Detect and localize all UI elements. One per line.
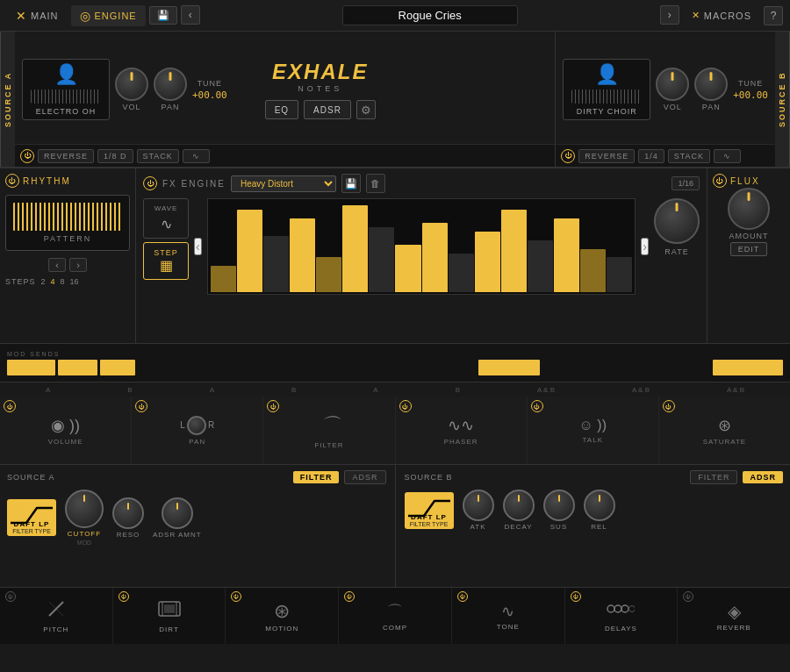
seq-next[interactable]: ›: [641, 238, 649, 255]
stack-b-button[interactable]: STACK: [668, 149, 710, 163]
filter-type-a[interactable]: DAFT LP FILTER TYPE: [7, 499, 56, 536]
filter-a-filter-tab[interactable]: FILTER: [293, 471, 340, 483]
settings-button[interactable]: ⚙: [356, 100, 376, 119]
wave-selector[interactable]: WAVE ∿: [143, 198, 189, 239]
mod-bar-0[interactable]: [7, 360, 55, 375]
wave-button[interactable]: ∿: [183, 149, 210, 163]
comp-power-icon[interactable]: ⏻: [344, 591, 355, 602]
reso-a-knob[interactable]: [112, 497, 144, 529]
seq-bar-6[interactable]: [369, 227, 394, 292]
step-8[interactable]: 8: [61, 277, 65, 286]
filter-b-adsr-tab[interactable]: ADSR: [743, 471, 783, 483]
division-b-button[interactable]: 1/4: [638, 149, 664, 163]
seq-bar-9[interactable]: [449, 254, 474, 292]
main-nav-button[interactable]: ✕ MAIN: [7, 5, 68, 26]
source-a-vol-knob[interactable]: [115, 68, 148, 101]
bottom-pitch[interactable]: ⏻ PITCH: [0, 588, 113, 644]
seq-bar-14[interactable]: [580, 249, 606, 292]
seq-bar-15[interactable]: [607, 257, 632, 292]
seq-prev[interactable]: ‹: [194, 238, 202, 255]
source-a-tab[interactable]: SOURCE A: [0, 32, 15, 167]
volume-power-icon[interactable]: ⏻: [4, 400, 16, 412]
seq-bar-0[interactable]: [211, 266, 236, 292]
engine-nav-button[interactable]: ◎ ENGINE: [71, 5, 146, 26]
rate-knob[interactable]: [654, 198, 700, 244]
save-button[interactable]: 💾: [149, 6, 177, 25]
help-button[interactable]: ?: [764, 6, 783, 25]
seq-bar-3[interactable]: [290, 218, 315, 292]
flux-amount-knob[interactable]: [728, 188, 770, 230]
seq-bar-10[interactable]: [475, 232, 500, 292]
step-2[interactable]: 2: [41, 277, 46, 286]
seq-bar-11[interactable]: [501, 210, 527, 292]
fx-module-saturate[interactable]: ⏻ ⊛ SATURATE: [659, 397, 790, 464]
bottom-dirt[interactable]: ⏻ DIRT: [113, 588, 226, 644]
seq-bar-2[interactable]: [263, 236, 289, 292]
fx-delete-button[interactable]: 🗑: [366, 174, 385, 193]
bottom-reverb[interactable]: ⏻ ◈ REVERB: [678, 588, 790, 644]
filter-type-b[interactable]: DAFT LP FILTER TYPE: [405, 492, 454, 529]
cutoff-a-knob[interactable]: [65, 490, 104, 528]
fx-module-phaser[interactable]: ⏻ ∿∿ PHASER: [396, 397, 528, 464]
rel-b-knob[interactable]: [584, 490, 615, 521]
fx-module-volume[interactable]: ⏻ ◉ )) VOLUME: [0, 397, 132, 464]
source-a-power[interactable]: ⏻: [20, 149, 34, 163]
source-b-thumbnail[interactable]: 👤 DIRTY CHOIR: [563, 59, 650, 120]
preset-name-input[interactable]: [342, 5, 518, 25]
adsr-button[interactable]: ADSR: [304, 100, 351, 119]
stack-button[interactable]: STACK: [137, 149, 179, 163]
tone-power-icon[interactable]: ⏻: [457, 591, 468, 602]
fx-module-talk[interactable]: ⏻ ☺ )) TALK: [528, 397, 659, 464]
flux-edit-button[interactable]: EDIT: [730, 242, 768, 256]
bottom-delays[interactable]: ⏻ DELAYS: [565, 588, 679, 644]
fx-power[interactable]: ⏻: [143, 176, 157, 190]
dirt-power-icon[interactable]: ⏻: [118, 591, 129, 602]
wave-b-button[interactable]: ∿: [714, 149, 741, 163]
division-button[interactable]: 1/8 D: [97, 149, 133, 163]
macros-nav-button[interactable]: ✕ MACROS: [683, 6, 760, 25]
atk-b-knob[interactable]: [463, 490, 494, 521]
fx-module-pan[interactable]: ⏻ L R PAN: [132, 397, 263, 464]
step-4[interactable]: 4: [51, 277, 55, 286]
filter-a-adsr-tab[interactable]: ADSR: [344, 470, 385, 484]
fx-module-filter[interactable]: ⏻ ⌒ FILTER: [263, 397, 395, 464]
step-16[interactable]: 16: [70, 277, 79, 286]
phaser-power-icon[interactable]: ⏻: [399, 400, 412, 412]
next-preset-button[interactable]: ›: [660, 5, 679, 25]
reverse-button[interactable]: REVERSE: [38, 149, 94, 163]
decay-b-knob[interactable]: [503, 490, 535, 521]
seq-bar-13[interactable]: [554, 218, 579, 292]
sequencer-grid[interactable]: [207, 198, 636, 295]
fx-preset-select[interactable]: Heavy Distort: [231, 175, 336, 192]
delays-power-icon[interactable]: ⏻: [571, 591, 581, 602]
source-a-thumbnail[interactable]: 👤 ELECTRO OH: [22, 59, 110, 120]
prev-preset-button[interactable]: ‹: [181, 5, 200, 25]
pattern-next[interactable]: ›: [69, 258, 87, 272]
eq-button[interactable]: EQ: [265, 100, 298, 119]
filter-b-filter-tab[interactable]: FILTER: [690, 470, 737, 484]
seq-bar-5[interactable]: [342, 205, 368, 292]
source-a-pan-knob[interactable]: [154, 68, 187, 101]
seq-bar-1[interactable]: [237, 210, 262, 292]
mod-bar-2[interactable]: [100, 360, 135, 375]
talk-power-icon[interactable]: ⏻: [531, 400, 543, 412]
bottom-motion[interactable]: ⏻ ⊛ MOTION: [226, 588, 339, 644]
saturate-power-icon[interactable]: ⏻: [663, 400, 675, 412]
motion-power-icon[interactable]: ⏻: [231, 591, 241, 602]
flux-power[interactable]: ⏻: [713, 174, 727, 188]
bottom-comp[interactable]: ⏻ ⌒ COMP: [339, 588, 452, 644]
rhythm-power[interactable]: ⏻: [5, 174, 19, 188]
source-b-power[interactable]: ⏻: [561, 149, 575, 163]
pan-power-icon[interactable]: ⏻: [135, 400, 147, 412]
pitch-power-icon[interactable]: ⏻: [5, 591, 16, 602]
seq-bar-8[interactable]: [422, 223, 448, 292]
filter-power-icon[interactable]: ⏻: [267, 400, 279, 412]
seq-bar-4[interactable]: [316, 257, 341, 292]
source-b-vol-knob[interactable]: [656, 68, 689, 101]
pattern-prev[interactable]: ‹: [48, 258, 66, 272]
seq-bar-7[interactable]: [395, 245, 420, 292]
source-b-tab[interactable]: SOURCE B: [775, 32, 790, 167]
mod-bar-7[interactable]: [713, 360, 783, 375]
mod-bar-1[interactable]: [58, 360, 97, 375]
adsr-amnt-a-knob[interactable]: [162, 497, 193, 529]
